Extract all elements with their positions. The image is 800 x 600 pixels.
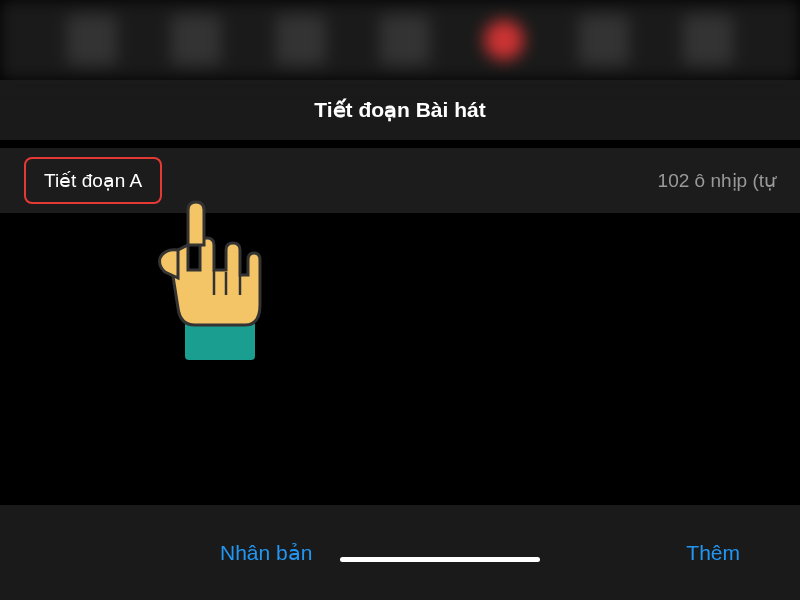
page-title: Tiết đoạn Bài hát xyxy=(314,98,485,122)
toolbar-item xyxy=(171,15,221,65)
toolbar-item xyxy=(276,15,326,65)
toolbar-item xyxy=(380,15,430,65)
header: Tiết đoạn Bài hát xyxy=(0,80,800,140)
add-button[interactable]: Thêm xyxy=(666,531,760,575)
duplicate-button[interactable]: Nhân bản xyxy=(200,531,332,575)
blurred-toolbar xyxy=(0,0,800,80)
toolbar-item xyxy=(683,15,733,65)
section-a-button[interactable]: Tiết đoạn A xyxy=(24,157,162,204)
toolbar-item xyxy=(579,15,629,65)
home-indicator[interactable] xyxy=(340,557,540,562)
toolbar-item xyxy=(67,15,117,65)
section-row[interactable]: Tiết đoạn A 102 ô nhịp (tự xyxy=(0,148,800,213)
bottom-bar: Nhân bản Thêm xyxy=(0,505,800,600)
section-bars-info: 102 ô nhịp (tự xyxy=(658,169,776,192)
record-icon xyxy=(484,20,524,60)
content-area xyxy=(0,213,800,503)
